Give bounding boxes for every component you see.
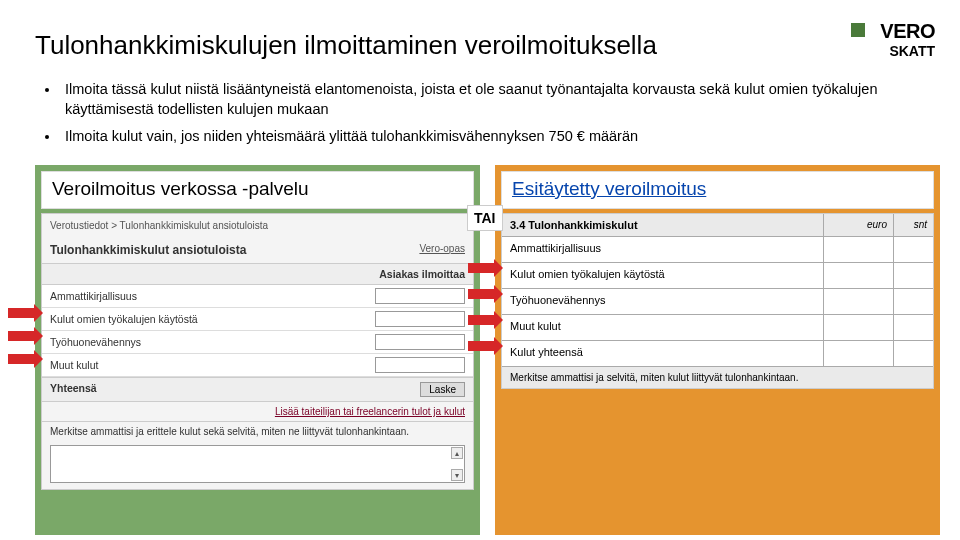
prefilled-table: 3.4 Tulonhankkimiskulut euro snt Ammatti… bbox=[501, 213, 934, 389]
row-label: Työhuonevähennys bbox=[50, 336, 375, 348]
table-note: Merkitse ammattisi ja selvitä, miten kul… bbox=[502, 367, 933, 388]
table-row: Ammattikirjallisuus bbox=[502, 237, 933, 263]
panel-right-title: Esitäytetty veroilmoitus bbox=[501, 171, 934, 209]
bullet-item: Ilmoita tässä kulut niistä lisääntyneist… bbox=[60, 79, 930, 120]
amount-input[interactable] bbox=[375, 357, 465, 373]
arrow-icon bbox=[468, 315, 494, 325]
form-row: Työhuonevähennys bbox=[42, 331, 473, 354]
arrow-icon bbox=[468, 263, 494, 273]
amount-input[interactable] bbox=[375, 311, 465, 327]
freelancer-link-row: Lisää taiteilijan tai freelancerin tulot… bbox=[42, 402, 473, 421]
row-label: Kulut yhteensä bbox=[502, 341, 823, 366]
row-label: Ammattikirjallisuus bbox=[50, 290, 375, 302]
arrow-icon bbox=[468, 341, 494, 351]
table-row: Kulut omien työkalujen käytöstä bbox=[502, 263, 933, 289]
table-row: Kulut yhteensä bbox=[502, 341, 933, 367]
form-subheader: Asiakas ilmoittaa bbox=[42, 264, 473, 285]
row-label: Kulut omien työkalujen käytöstä bbox=[50, 313, 375, 325]
row-label: Muut kulut bbox=[50, 359, 375, 371]
form-row: Muut kulut bbox=[42, 354, 473, 377]
notes-textarea[interactable]: ▴ ▾ bbox=[50, 445, 465, 483]
online-form: Verotustiedot > Tulonhankkimiskulut ansi… bbox=[41, 213, 474, 490]
panel-left-title: Veroilmoitus verkossa -palvelu bbox=[41, 171, 474, 209]
table-row: Työhuonevähennys bbox=[502, 289, 933, 315]
col-snt: snt bbox=[893, 214, 933, 236]
page-title: Tulonhankkimiskulujen ilmoittaminen vero… bbox=[0, 0, 960, 61]
arrow-icon bbox=[8, 308, 34, 318]
calculate-button[interactable]: Laske bbox=[420, 382, 465, 397]
breadcrumb: Verotustiedot > Tulonhankkimiskulut ansi… bbox=[42, 214, 473, 237]
row-label: Muut kulut bbox=[502, 315, 823, 340]
note-label: Merkitse ammattisi ja erittele kulut sek… bbox=[42, 421, 473, 441]
row-label: Kulut omien työkalujen käytöstä bbox=[502, 263, 823, 288]
panel-online-service: Veroilmoitus verkossa -palvelu Verotusti… bbox=[35, 165, 480, 535]
col-euro: euro bbox=[823, 214, 893, 236]
logo-mark bbox=[851, 23, 865, 37]
guide-link[interactable]: Vero-opas bbox=[419, 243, 465, 257]
total-row: Yhteensä Laske bbox=[42, 377, 473, 402]
scroll-down-icon[interactable]: ▾ bbox=[451, 469, 463, 481]
panel-prefilled: TAI Esitäytetty veroilmoitus 3.4 Tulonha… bbox=[495, 165, 940, 535]
row-label: Työhuonevähennys bbox=[502, 289, 823, 314]
form-heading-text: Tulonhankkimiskulut ansiotuloista bbox=[50, 243, 246, 257]
scroll-up-icon[interactable]: ▴ bbox=[451, 447, 463, 459]
form-row: Kulut omien työkalujen käytöstä bbox=[42, 308, 473, 331]
form-row: Ammattikirjallisuus bbox=[42, 285, 473, 308]
bullet-item: Ilmoita kulut vain, jos niiden yhteismää… bbox=[60, 126, 930, 146]
arrow-icon bbox=[8, 354, 34, 364]
amount-input[interactable] bbox=[375, 288, 465, 304]
or-badge: TAI bbox=[467, 205, 503, 231]
logo-skatt: SKATT bbox=[880, 43, 935, 59]
section-label: 3.4 Tulonhankkimiskulut bbox=[502, 214, 823, 236]
arrow-icon bbox=[8, 331, 34, 341]
row-label: Ammattikirjallisuus bbox=[502, 237, 823, 262]
table-header: 3.4 Tulonhankkimiskulut euro snt bbox=[502, 214, 933, 237]
freelancer-link[interactable]: Lisää taiteilijan tai freelancerin tulot… bbox=[275, 406, 465, 417]
bullet-list: Ilmoita tässä kulut niistä lisääntyneist… bbox=[0, 61, 960, 164]
logo-vero: VERO bbox=[880, 20, 935, 43]
table-row: Muut kulut bbox=[502, 315, 933, 341]
logo: VERO SKATT bbox=[880, 20, 935, 59]
arrow-icon bbox=[468, 289, 494, 299]
form-heading: Tulonhankkimiskulut ansiotuloista Vero-o… bbox=[42, 237, 473, 264]
total-label: Yhteensä bbox=[50, 382, 97, 397]
amount-input[interactable] bbox=[375, 334, 465, 350]
